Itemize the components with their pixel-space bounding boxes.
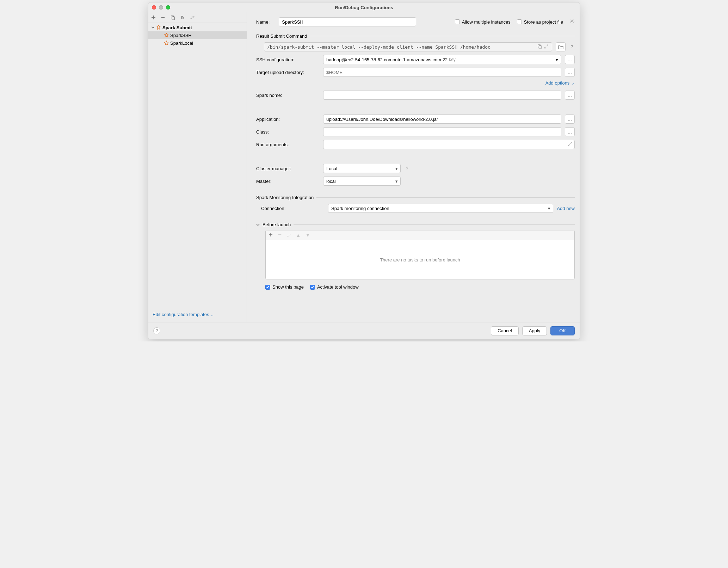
- gear-icon[interactable]: [569, 19, 575, 25]
- result-section-title: Result Submit Command: [256, 33, 307, 39]
- chevron-down-icon: ▾: [556, 57, 558, 62]
- copy-config-icon[interactable]: [170, 15, 175, 20]
- chevron-down-icon: ⌄: [571, 80, 575, 86]
- remove-task-icon: [278, 233, 282, 238]
- dialog-footer: ? Cancel Apply OK: [148, 322, 580, 339]
- show-page-label: Show this page: [272, 284, 304, 290]
- sidebar-toolbar: [148, 12, 247, 23]
- name-label: Name:: [256, 19, 270, 25]
- config-item-sparklocal[interactable]: SparkLocal: [148, 39, 247, 47]
- config-item-label: SparkSSH: [170, 33, 192, 38]
- ssh-label: SSH configuration:: [256, 57, 320, 62]
- store-project-label: Store as project file: [524, 19, 563, 25]
- copy-command-icon[interactable]: [537, 44, 542, 50]
- sort-config-icon[interactable]: [190, 15, 195, 20]
- config-item-sparkssh[interactable]: SparkSSH: [148, 31, 247, 39]
- minimize-window-button[interactable]: [159, 5, 163, 10]
- run-args-input[interactable]: [323, 140, 575, 149]
- close-window-button[interactable]: [152, 5, 156, 10]
- chevron-down-icon[interactable]: [256, 223, 260, 227]
- result-command-field: /bin/spark-submit --master local --deplo…: [264, 42, 552, 51]
- connection-label: Connection:: [261, 206, 325, 211]
- browse-command-button[interactable]: [556, 42, 566, 51]
- master-label: Master:: [256, 179, 320, 184]
- svg-rect-4: [539, 45, 541, 49]
- cluster-manager-select[interactable]: [323, 164, 401, 173]
- spark-icon: [164, 33, 169, 38]
- application-label: Application:: [256, 117, 320, 122]
- spark-icon: [156, 25, 161, 30]
- config-group-spark-submit[interactable]: Spark Submit: [148, 24, 247, 31]
- class-label: Class:: [256, 129, 320, 135]
- master-select[interactable]: [323, 177, 401, 186]
- svg-rect-1: [172, 17, 174, 20]
- before-launch-box: ▲ ▼ There are no tasks to run before lau…: [265, 230, 575, 279]
- apply-button[interactable]: Apply: [522, 326, 547, 335]
- move-down-icon: ▼: [306, 233, 310, 238]
- config-item-label: SparkLocal: [170, 41, 193, 46]
- add-config-icon[interactable]: [151, 15, 156, 20]
- main-panel: Name: Allow multiple instances Store as …: [247, 12, 580, 322]
- spark-icon: [164, 41, 169, 45]
- name-input[interactable]: [279, 17, 416, 26]
- expand-args-icon[interactable]: [568, 142, 572, 147]
- config-tree: Spark Submit SparkSSH SparkLocal: [148, 23, 247, 308]
- cluster-manager-label: Cluster manager:: [256, 166, 320, 171]
- run-args-label: Run arguments:: [256, 142, 320, 147]
- save-config-icon[interactable]: [180, 15, 185, 20]
- window-title: Run/Debug Configurations: [148, 5, 580, 10]
- application-input[interactable]: [323, 115, 561, 124]
- expand-command-icon[interactable]: [544, 44, 548, 50]
- activate-tool-checkbox[interactable]: Activate tool window: [310, 284, 359, 290]
- target-label: Target upload directory:: [256, 70, 320, 75]
- class-input[interactable]: [323, 127, 561, 136]
- help-icon[interactable]: ?: [569, 44, 575, 50]
- class-browse-button[interactable]: …: [565, 127, 575, 136]
- chevron-down-icon: [151, 26, 155, 29]
- before-launch-empty-text: There are no tasks to run before launch: [266, 240, 574, 279]
- connection-select[interactable]: [328, 204, 553, 213]
- cancel-button[interactable]: Cancel: [491, 326, 518, 335]
- window-controls: [148, 5, 170, 10]
- show-page-checkbox[interactable]: Show this page: [265, 284, 304, 290]
- svg-point-2: [571, 20, 573, 22]
- ssh-config-value: hadoop@ec2-54-165-78-62.compute-1.amazon…: [326, 57, 448, 62]
- sidebar: Spark Submit SparkSSH SparkLocal Edit co…: [148, 12, 247, 322]
- spark-home-browse-button[interactable]: …: [565, 91, 575, 100]
- target-upload-input[interactable]: [323, 68, 561, 77]
- spark-home-input[interactable]: [323, 91, 561, 100]
- application-browse-button[interactable]: …: [565, 115, 575, 124]
- before-launch-toolbar: ▲ ▼: [266, 230, 574, 240]
- dialog-window: Run/Debug Configurations Spark Submit: [148, 2, 580, 339]
- config-group-label: Spark Submit: [162, 25, 192, 30]
- ssh-browse-button[interactable]: …: [565, 55, 575, 64]
- zoom-window-button[interactable]: [166, 5, 170, 10]
- result-command-text: /bin/spark-submit --master local --deplo…: [267, 44, 491, 50]
- monitoring-section-title: Spark Monitoring Integration: [256, 195, 314, 200]
- help-button[interactable]: ?: [153, 327, 160, 334]
- move-up-icon: ▲: [296, 233, 301, 238]
- activate-tool-label: Activate tool window: [317, 284, 359, 290]
- remove-config-icon[interactable]: [161, 15, 165, 20]
- titlebar: Run/Debug Configurations: [148, 2, 580, 12]
- target-browse-button[interactable]: …: [565, 68, 575, 77]
- store-project-checkbox[interactable]: Store as project file: [517, 19, 563, 25]
- edit-templates-link[interactable]: Edit configuration templates…: [153, 312, 214, 317]
- before-launch-title: Before launch: [263, 222, 291, 227]
- allow-multiple-label: Allow multiple instances: [462, 19, 511, 25]
- ssh-config-hint: key: [449, 57, 456, 62]
- ssh-config-dropdown[interactable]: hadoop@ec2-54-165-78-62.compute-1.amazon…: [323, 55, 561, 64]
- help-icon[interactable]: ?: [404, 166, 410, 171]
- allow-multiple-checkbox[interactable]: Allow multiple instances: [455, 19, 511, 25]
- add-new-connection-link[interactable]: Add new: [557, 206, 575, 211]
- add-options-link[interactable]: Add options ⌄: [545, 80, 575, 86]
- spark-home-label: Spark home:: [256, 93, 320, 98]
- add-task-icon[interactable]: [269, 233, 273, 238]
- edit-task-icon: [287, 233, 291, 238]
- ok-button[interactable]: OK: [550, 326, 575, 335]
